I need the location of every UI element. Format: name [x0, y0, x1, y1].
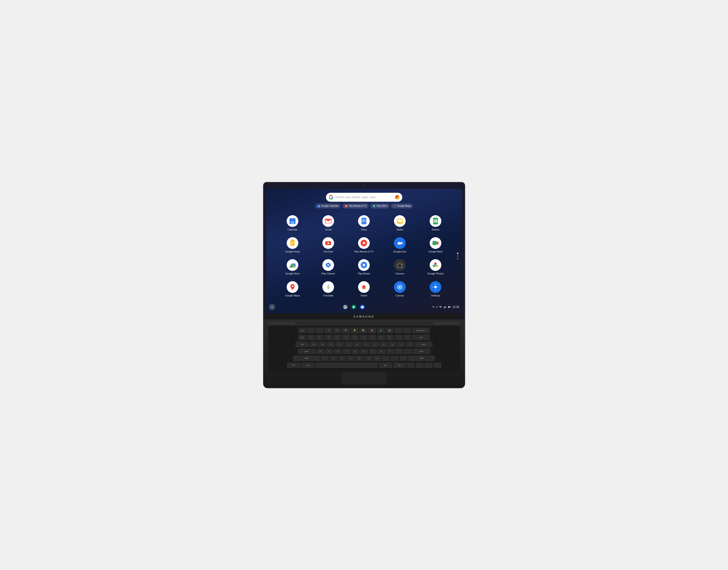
- key-z[interactable]: z: [320, 355, 329, 362]
- app-youtube[interactable]: YouTube: [311, 235, 346, 256]
- key-alt-l[interactable]: alt: [301, 362, 314, 369]
- key-ctrl-r[interactable]: ctrl: [393, 362, 406, 369]
- key-space[interactable]: [315, 362, 378, 369]
- key-7[interactable]: 7: [359, 335, 368, 341]
- key-f12[interactable]: -: [403, 328, 411, 334]
- app-settings[interactable]: Settings: [418, 278, 453, 300]
- key-alt-r[interactable]: alt: [379, 362, 392, 369]
- key-9[interactable]: 9: [377, 335, 385, 341]
- key-q[interactable]: q: [309, 341, 318, 348]
- edit-icon[interactable]: ✏: [432, 305, 435, 309]
- key-f7[interactable]: 💡+: [359, 328, 368, 334]
- app-photos[interactable]: Google Photos: [418, 257, 453, 278]
- key-g[interactable]: g: [351, 348, 359, 355]
- key-m[interactable]: m: [373, 355, 381, 362]
- key-l[interactable]: l: [386, 348, 395, 355]
- key-arrow-u[interactable]: ↑: [416, 362, 424, 369]
- key-h[interactable]: h: [360, 348, 368, 355]
- key-ctrl-l[interactable]: ctrl: [287, 362, 300, 369]
- key-delete[interactable]: del: [412, 335, 430, 341]
- app-camera[interactable]: Camera: [382, 257, 417, 278]
- taskbar-chrome[interactable]: [342, 304, 348, 310]
- taskbar-files[interactable]: [359, 304, 366, 310]
- app-meet[interactable]: Google Meet: [418, 235, 453, 256]
- app-maps[interactable]: Google Maps: [275, 278, 310, 300]
- key-shift-l[interactable]: shift: [293, 355, 320, 362]
- launcher-button[interactable]: [269, 304, 275, 310]
- key-f9[interactable]: 🔉: [377, 328, 385, 334]
- app-play-books[interactable]: Play Books: [346, 257, 382, 278]
- app-duo[interactable]: Google Duo: [382, 235, 417, 256]
- key-semicolon[interactable]: ;: [395, 348, 403, 355]
- key-c[interactable]: c: [338, 355, 346, 362]
- key-f3[interactable]: ↺: [324, 328, 332, 334]
- key-u[interactable]: u: [362, 341, 370, 348]
- key-8[interactable]: 8: [368, 335, 376, 341]
- quick-link-maps[interactable]: Google Maps: [391, 204, 413, 209]
- key-f1[interactable]: ←: [307, 328, 315, 334]
- key-f[interactable]: f: [342, 348, 350, 355]
- key-f10[interactable]: 🔊: [386, 328, 394, 334]
- quick-link-movies[interactable]: Play Movies & TV: [342, 204, 369, 209]
- quick-link-store[interactable]: Play Store: [371, 204, 389, 209]
- key-minus[interactable]: -: [395, 335, 403, 341]
- app-keep[interactable]: Google Keep: [275, 235, 310, 256]
- app-home[interactable]: Home: [346, 278, 382, 300]
- key-2[interactable]: 2: [316, 335, 324, 341]
- app-slides[interactable]: Slides: [382, 213, 417, 234]
- key-enter2[interactable]: enter: [413, 348, 431, 355]
- key-p[interactable]: p: [388, 341, 397, 348]
- key-j[interactable]: j: [369, 348, 377, 355]
- key-f8[interactable]: 🔇: [368, 328, 376, 334]
- key-arrow-l[interactable]: ←: [407, 362, 415, 369]
- app-play-movies[interactable]: Play Movies & TV: [346, 235, 382, 256]
- touchpad[interactable]: [342, 373, 387, 384]
- key-b[interactable]: b: [355, 355, 363, 362]
- key-esc[interactable]: esc: [298, 328, 306, 334]
- key-arrow-r[interactable]: →: [433, 362, 441, 369]
- key-equals[interactable]: =: [403, 335, 411, 341]
- key-tab[interactable]: tab: [295, 341, 309, 348]
- key-caps[interactable]: caps: [298, 348, 316, 355]
- key-bracket-l[interactable]: [: [397, 341, 405, 348]
- key-1[interactable]: 1: [307, 335, 315, 341]
- key-x[interactable]: x: [329, 355, 337, 362]
- key-arrow-d[interactable]: ↓: [425, 362, 433, 369]
- search-bar[interactable]: Search your device, apps, web...: [326, 193, 402, 202]
- key-bracket-r[interactable]: ]: [406, 341, 414, 348]
- key-d[interactable]: d: [334, 348, 342, 355]
- app-calendar[interactable]: 31 Calendar: [275, 213, 310, 234]
- key-slash[interactable]: /: [399, 355, 408, 362]
- key-tab-label[interactable]: tab: [298, 335, 306, 341]
- quick-link-calendar[interactable]: 31 Google Calendar: [315, 204, 341, 209]
- key-4[interactable]: 4: [333, 335, 341, 341]
- pagination-dot-1[interactable]: [457, 253, 458, 254]
- key-5[interactable]: 5: [342, 335, 350, 341]
- key-r[interactable]: r: [336, 341, 344, 348]
- key-period[interactable]: .: [391, 355, 399, 362]
- key-y[interactable]: y: [353, 341, 361, 348]
- key-quote[interactable]: ': [404, 348, 412, 355]
- app-play-games[interactable]: Play Games: [311, 257, 346, 278]
- taskbar-play-store[interactable]: [350, 304, 357, 310]
- key-enter[interactable]: enter: [415, 341, 433, 348]
- key-3[interactable]: 3: [324, 335, 332, 341]
- app-drive[interactable]: Google Drive: [275, 257, 310, 278]
- key-s[interactable]: s: [325, 348, 333, 355]
- app-canvas[interactable]: Canvas: [382, 278, 417, 300]
- key-f11[interactable]: +: [395, 328, 403, 334]
- key-shift-r[interactable]: shift: [408, 355, 435, 362]
- key-6[interactable]: 6: [350, 335, 359, 341]
- key-f4[interactable]: ⊡: [333, 328, 341, 334]
- key-comma[interactable]: ,: [382, 355, 390, 362]
- key-t[interactable]: t: [344, 341, 353, 348]
- app-translate[interactable]: A文 Translate: [311, 278, 346, 300]
- app-gmail[interactable]: Gmail: [311, 213, 346, 234]
- key-f2[interactable]: →: [316, 328, 324, 334]
- app-sheets[interactable]: Sheets: [418, 213, 453, 234]
- key-backspace[interactable]: backspace: [412, 328, 430, 334]
- key-f6[interactable]: 💡: [350, 328, 359, 334]
- key-0[interactable]: 0: [386, 335, 394, 341]
- key-a[interactable]: a: [316, 348, 324, 355]
- key-f5[interactable]: 🔍: [342, 328, 350, 334]
